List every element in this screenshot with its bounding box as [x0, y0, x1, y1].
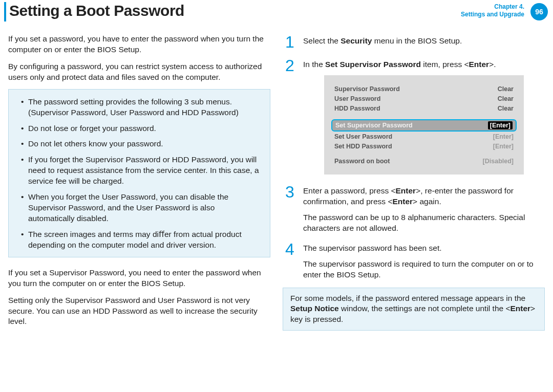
bold-enter: Enter: [469, 60, 490, 69]
bios-key: Set User Password: [334, 133, 392, 141]
text: Select the: [303, 36, 341, 45]
callout-item: Do not lose or forget your password.: [21, 123, 262, 134]
bios-row: Password on boot [Disabled]: [331, 157, 517, 166]
bios-val: [Enter]: [493, 133, 514, 141]
callout-item: Do not let others know your password.: [21, 139, 262, 149]
chapter-label: Chapter 4. Settings and Upgrade: [461, 3, 524, 18]
step-body: The supervisor password has been set. Th…: [303, 241, 545, 280]
chapter-line2: Settings and Upgrade: [461, 11, 524, 18]
bold-security: Security: [341, 36, 372, 45]
bold-setup-notice: Setup Notice: [290, 304, 339, 313]
bold-enter: Enter: [510, 304, 530, 313]
bios-row-highlight: Set Supervisor Password [Enter]: [331, 119, 517, 132]
intro-para-2: By conﬁguring a password, you can restri…: [8, 61, 270, 83]
bios-val: Clear: [498, 85, 514, 94]
step3-text-2: The password can be up to 8 alphanumeric…: [303, 212, 545, 234]
bios-separator: [331, 151, 517, 157]
step-number: 2: [283, 57, 297, 177]
text: For some models, if the password entered…: [290, 294, 525, 302]
text: menu in the BIOS Setup.: [372, 36, 462, 45]
chapter-line1: Chapter 4.: [461, 3, 524, 11]
bold-enter: Enter: [392, 197, 413, 206]
step4-text-1: The supervisor password has been set.: [303, 243, 545, 254]
step4-text-2: The supervisor password is required to t…: [303, 259, 545, 280]
step-2: 2 In the Set Supervisor Password item, p…: [283, 57, 545, 177]
step-4: 4 The supervisor password has been set. …: [283, 241, 545, 280]
callout-item: If you forget the Supervisor Password or…: [21, 155, 262, 187]
step-1: 1 Select the Security menu in the BIOS S…: [283, 34, 545, 50]
callout-item: The screen images and terms may diﬀer fr…: [21, 229, 262, 251]
intro-para-1: If you set a password, you have to enter…: [8, 34, 270, 55]
bios-key: Supervisor Password: [334, 85, 400, 94]
bios-key: HDD Password: [334, 104, 380, 113]
bios-key: Set Supervisor Password: [335, 121, 413, 130]
callout-item: When you forget the User Password, you c…: [21, 192, 262, 224]
bios-key: Set HDD Password: [334, 142, 392, 151]
step-number: 3: [283, 184, 297, 234]
left-column: If you set a password, you have to enter…: [8, 34, 270, 333]
step-body: Enter a password, press <Enter>, re-ente…: [303, 184, 545, 234]
text: > again.: [413, 197, 441, 206]
page-header: Setting a Boot Password Chapter 4. Setti…: [0, 0, 553, 24]
page-number-badge: 96: [530, 3, 548, 20]
bios-key: Password on boot: [334, 157, 390, 166]
bios-screenshot: Supervisor Password Clear User Password …: [324, 75, 524, 175]
bios-separator: [331, 114, 517, 119]
supervisor-para-2: Setting only the Supervisor Password and…: [8, 295, 270, 328]
callout-item: The password setting provides the follow…: [21, 97, 262, 118]
callout-list: The password setting provides the follow…: [21, 97, 262, 251]
step-number: 4: [283, 241, 297, 280]
bios-val-enter: [Enter]: [488, 121, 513, 130]
text: item, press <: [421, 60, 469, 69]
supervisor-para-1: If you set a Supervisor Password, you ne…: [8, 268, 270, 289]
text: Enter a password, press <: [303, 186, 396, 195]
step-body: In the Set Supervisor Password item, pre…: [303, 57, 545, 177]
header-accent-bar: [4, 2, 6, 21]
bios-row: Set HDD Password [Enter]: [331, 142, 517, 151]
bios-val: Clear: [498, 95, 514, 103]
step2-text: In the Set Supervisor Password item, pre…: [303, 59, 545, 70]
content-area: If you set a password, you have to enter…: [0, 24, 553, 333]
step3-text-1: Enter a password, press <Enter>, re-ente…: [303, 186, 545, 207]
bios-row: HDD Password Clear: [331, 104, 517, 114]
step-number: 1: [283, 34, 297, 50]
text: window, the settings are not complete un…: [339, 304, 511, 313]
bios-val: [Enter]: [493, 142, 514, 151]
bios-val: [Disabled]: [483, 157, 514, 166]
bios-row: Supervisor Password Clear: [331, 84, 517, 94]
info-callout: The password setting provides the follow…: [8, 89, 270, 257]
text: >.: [489, 60, 496, 69]
text: In the: [303, 60, 325, 69]
bold-enter: Enter: [396, 186, 416, 195]
step-body: Select the Security menu in the BIOS Set…: [303, 34, 545, 50]
bios-row: Set User Password [Enter]: [331, 132, 517, 142]
step1-text: Select the Security menu in the BIOS Set…: [303, 36, 545, 47]
bios-row: User Password Clear: [331, 94, 517, 104]
step-3: 3 Enter a password, press <Enter>, re-en…: [283, 184, 545, 234]
bios-val: Clear: [498, 104, 514, 113]
right-column: 1 Select the Security menu in the BIOS S…: [283, 34, 545, 333]
bottom-note: For some models, if the password entered…: [283, 288, 545, 331]
bios-key: User Password: [334, 95, 380, 103]
bold-set-supervisor: Set Supervisor Password: [325, 60, 421, 69]
